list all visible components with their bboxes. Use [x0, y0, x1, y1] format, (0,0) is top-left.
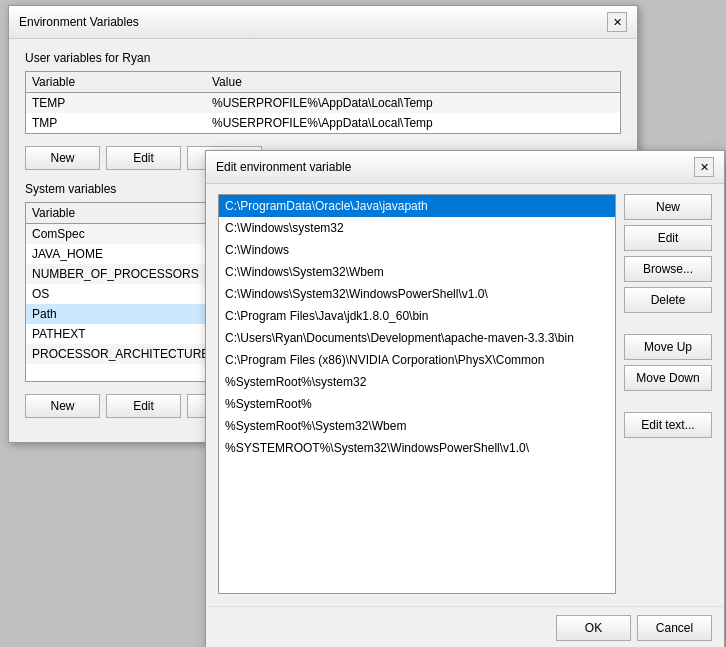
- sys-row-javahome: JAVA_HOME: [32, 246, 212, 262]
- path-edit-button[interactable]: Edit: [624, 225, 712, 251]
- env-dialog-close-button[interactable]: ✕: [607, 12, 627, 32]
- env-dialog-titlebar: Environment Variables ✕: [9, 6, 637, 39]
- user-variables-table: Variable Value TEMP %USERPROFILE%\AppDat…: [25, 71, 621, 134]
- sys-row-comspec: ComSpec: [32, 226, 212, 242]
- edit-dialog-body: C:\ProgramData\Oracle\Java\javapathC:\Wi…: [206, 184, 724, 606]
- user-row-tmp-var: TMP: [32, 115, 212, 131]
- path-list-item[interactable]: C:\Windows\system32: [219, 217, 615, 239]
- sys-new-button[interactable]: New: [25, 394, 100, 418]
- path-list[interactable]: C:\ProgramData\Oracle\Java\javapathC:\Wi…: [218, 194, 616, 594]
- edit-dialog-title: Edit environment variable: [216, 160, 351, 174]
- path-list-item[interactable]: %SystemRoot%: [219, 393, 615, 415]
- path-new-button[interactable]: New: [624, 194, 712, 220]
- sys-row-path: Path: [32, 306, 212, 322]
- sys-edit-button[interactable]: Edit: [106, 394, 181, 418]
- edit-dialog-ok-button[interactable]: OK: [556, 615, 631, 641]
- sys-row-procarch: PROCESSOR_ARCHITECTURE: [32, 346, 212, 362]
- user-row-tmp-val: %USERPROFILE%\AppData\Local\Temp: [212, 115, 614, 131]
- path-list-item[interactable]: %SystemRoot%\system32: [219, 371, 615, 393]
- path-list-item[interactable]: C:\Windows: [219, 239, 615, 261]
- path-edit-text-button[interactable]: Edit text...: [624, 412, 712, 438]
- sys-row-os: OS: [32, 286, 212, 302]
- path-list-item[interactable]: C:\Windows\System32\WindowsPowerShell\v1…: [219, 283, 615, 305]
- path-list-item[interactable]: C:\Windows\System32\Wbem: [219, 261, 615, 283]
- user-edit-button[interactable]: Edit: [106, 146, 181, 170]
- path-browse-button[interactable]: Browse...: [624, 256, 712, 282]
- user-row-temp-var: TEMP: [32, 95, 212, 111]
- system-header-variable: Variable: [32, 206, 212, 220]
- user-section-label: User variables for Ryan: [25, 51, 621, 65]
- path-list-item[interactable]: C:\ProgramData\Oracle\Java\javapath: [219, 195, 615, 217]
- edit-dialog-action-buttons: New Edit Browse... Delete Move Up Move D…: [624, 194, 712, 594]
- edit-env-variable-dialog: Edit environment variable ✕ C:\ProgramDa…: [205, 150, 725, 647]
- path-move-down-button[interactable]: Move Down: [624, 365, 712, 391]
- user-new-button[interactable]: New: [25, 146, 100, 170]
- user-row-temp-val: %USERPROFILE%\AppData\Local\Temp: [212, 95, 614, 111]
- edit-dialog-titlebar: Edit environment variable ✕: [206, 151, 724, 184]
- sys-row-numproc: NUMBER_OF_PROCESSORS: [32, 266, 212, 282]
- path-list-item[interactable]: C:\Program Files\Java\jdk1.8.0_60\bin: [219, 305, 615, 327]
- path-list-item[interactable]: %SystemRoot%\System32\Wbem: [219, 415, 615, 437]
- sys-row-pathext: PATHEXT: [32, 326, 212, 342]
- path-move-up-button[interactable]: Move Up: [624, 334, 712, 360]
- edit-dialog-close-button[interactable]: ✕: [694, 157, 714, 177]
- env-dialog-title: Environment Variables: [19, 15, 139, 29]
- path-delete-button[interactable]: Delete: [624, 287, 712, 313]
- path-list-item[interactable]: %SYSTEMROOT%\System32\WindowsPowerShell\…: [219, 437, 615, 459]
- table-row[interactable]: TMP %USERPROFILE%\AppData\Local\Temp: [26, 113, 620, 133]
- user-header-value: Value: [212, 75, 614, 89]
- path-list-item[interactable]: C:\Users\Ryan\Documents\Development\apac…: [219, 327, 615, 349]
- edit-dialog-cancel-button[interactable]: Cancel: [637, 615, 712, 641]
- table-row[interactable]: TEMP %USERPROFILE%\AppData\Local\Temp: [26, 93, 620, 113]
- user-header-variable: Variable: [32, 75, 212, 89]
- edit-dialog-footer: OK Cancel: [206, 606, 724, 647]
- user-table-header: Variable Value: [26, 72, 620, 93]
- path-list-item[interactable]: C:\Program Files (x86)\NVIDIA Corporatio…: [219, 349, 615, 371]
